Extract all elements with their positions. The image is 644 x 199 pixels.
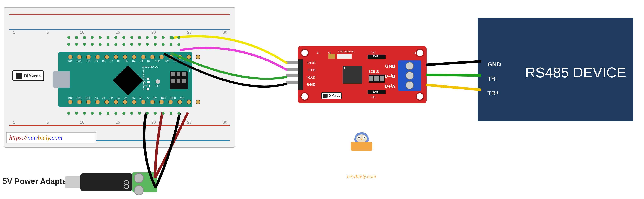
silk-c1: C1 xyxy=(328,51,332,54)
usb-connector xyxy=(53,71,70,88)
newbiely-mascot: newbiely.com xyxy=(347,130,376,179)
rs485-ic-chip-icon xyxy=(342,66,362,84)
resistor-icon: 1001 xyxy=(368,90,386,94)
icsp-header xyxy=(170,71,188,89)
reset-button xyxy=(156,79,160,84)
silk-r12: R12 xyxy=(371,51,376,54)
url-attribution: https://newbiely.com xyxy=(6,132,96,143)
diyables-badge-breadboard: DIYables xyxy=(12,70,44,81)
power-adapter-label: 5V Power Adapter xyxy=(3,177,70,186)
arduino-brand-label: ARDUINO.CC xyxy=(142,65,158,68)
pin-labels-bottom: D133V3REFA0A1A2A3A4A5A6A75VRSTGNDVIN xyxy=(68,96,184,99)
led-block: TX RX PWR L xyxy=(143,77,150,91)
icsp-label: ICSP xyxy=(188,66,191,72)
arduino-nano: ICSP ARDUINO.CC ARDUINO NANO V3.0 TX RX … xyxy=(58,52,192,107)
device-pin-labels: GND TR- TR+ xyxy=(488,57,501,100)
rs485-screw-terminal xyxy=(398,60,421,91)
silk-r13: R13 xyxy=(371,96,376,98)
wire-dev-tr-plus xyxy=(426,85,481,90)
laptop-icon xyxy=(351,142,372,151)
wire-dev-tr-minus xyxy=(426,75,481,76)
mascot-caption: newbiely.com xyxy=(347,173,376,179)
silk-j5: J5 xyxy=(317,51,319,54)
column-numbers-bottom: 1 5 10 15 20 25 30 xyxy=(13,120,227,125)
rs485-device-box: RS485 DEVICE GND TR- TR+ xyxy=(478,18,633,121)
ttl-pins xyxy=(286,61,298,84)
wiring-diagram: 1 5 10 15 20 25 30 1 5 10 15 20 25 30 /*… xyxy=(0,0,644,199)
device-title: RS485 DEVICE xyxy=(525,64,626,81)
silk-led: LED_POWER xyxy=(338,50,354,53)
reset-label: RST xyxy=(156,85,160,87)
led-component-icon xyxy=(337,54,352,59)
dc-body: + − xyxy=(80,173,132,191)
screw-icon xyxy=(134,185,144,195)
screw-icon xyxy=(406,62,414,70)
mounting-hole-icon xyxy=(300,49,309,57)
pin-row-top xyxy=(68,100,200,104)
atmega-chip-icon xyxy=(113,65,143,96)
wire-dev-gnd xyxy=(426,61,481,65)
screw-terminal xyxy=(132,172,158,192)
diyables-logo-icon xyxy=(323,94,327,98)
diyables-badge-module: DIYables xyxy=(321,92,342,99)
silk-j4: J4 xyxy=(413,52,416,55)
column-numbers-top: 1 5 10 15 20 25 30 xyxy=(13,30,227,35)
resistor-icon: 1001 xyxy=(368,55,386,59)
pin-header-base xyxy=(298,59,303,90)
owl-icon xyxy=(351,130,372,150)
pin-labels-top: D12D11D10D9D8D7D6D5D4D3D2GNDRSTRX0TX1 xyxy=(68,60,188,62)
power-rail-top xyxy=(10,14,230,30)
ttl-to-rs485-module: VCC TXD RXD GND C1 LED_POWER 1001 1001 1… xyxy=(298,46,427,103)
cap-icon xyxy=(328,54,335,59)
diyables-logo-icon xyxy=(16,72,22,79)
ttl-pin-labels: VCC TXD RXD GND xyxy=(307,59,316,88)
screw-icon xyxy=(406,71,414,80)
screw-icon xyxy=(406,81,414,89)
jumper-icon xyxy=(368,75,384,83)
mounting-hole-icon xyxy=(416,92,424,101)
screw-icon xyxy=(134,173,144,183)
dc-power-jack: + − xyxy=(80,168,158,197)
rs485-terminal-labels: GND D−/B D+/A xyxy=(384,61,395,91)
mounting-hole-icon xyxy=(416,49,424,57)
silk-120-s: 120 S xyxy=(368,69,379,74)
pin-row-bottom xyxy=(68,55,200,59)
mounting-hole-icon xyxy=(300,92,309,101)
